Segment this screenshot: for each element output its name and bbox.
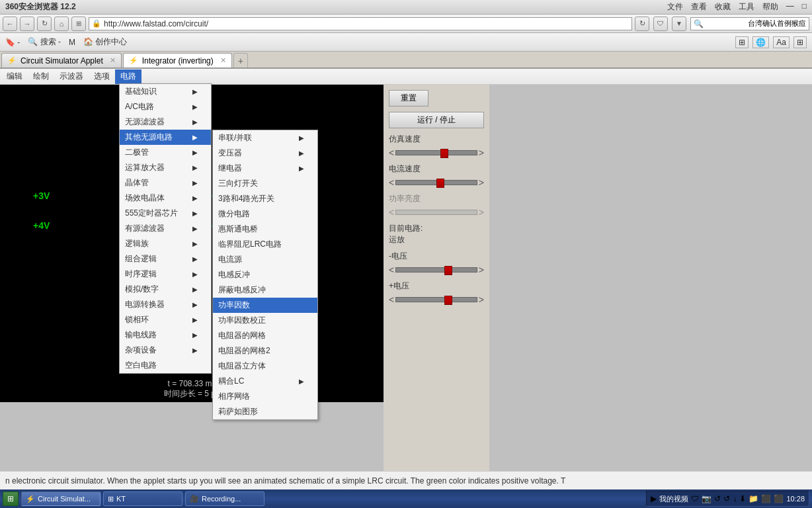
dropdown-misc[interactable]: 杂项设备▶ [120,343,211,358]
dropdown-analog-digital[interactable]: 模拟/数字▶ [120,282,211,297]
title-maximize[interactable]: □ [802,1,807,13]
tray-video[interactable]: ▶ [651,494,657,503]
back-button[interactable]: ← [3,17,17,31]
dropdown-blank[interactable]: 空白电路 [120,358,211,373]
sub-coupled-lc[interactable]: 耦合LC▶ [213,374,317,389]
tab-close-1[interactable]: ✕ [110,56,116,65]
sub-pfc[interactable]: 功率因数校正 [213,313,317,328]
tab-circuit-simulator[interactable]: ⚡ Circuit Simulator Applet ✕ [1,53,122,67]
current-speed-right[interactable]: > [479,177,484,188]
refresh-btn2[interactable]: ↻ [635,17,649,31]
forward-button[interactable]: → [20,17,34,31]
neg-voltage-thumb[interactable] [444,266,452,275]
sub-current-source[interactable]: 电流源 [213,252,317,267]
dropdown-diode[interactable]: 二极管▶ [120,145,211,160]
tray-box2[interactable]: ⬛ [761,494,771,503]
run-stop-button[interactable]: 运行 / 停止 [389,112,484,128]
search-bar[interactable]: 🔍 台湾确认首例猴痘 [690,17,809,30]
dropdown-555[interactable]: 555定时器芯片▶ [120,206,211,221]
home-button[interactable]: ⌂ [54,17,69,31]
address-bar[interactable]: 🔒 http://www.falstad.com/circuit/ [89,17,632,30]
taskbar-circuit[interactable]: ⚡ Circuit Simulat... [21,491,101,506]
menu-scope[interactable]: 示波器 [54,69,89,84]
sub-series-parallel[interactable]: 串联/并联▶ [213,130,317,146]
tray-down1[interactable]: ↓ [733,494,737,503]
toolbar-icon4[interactable]: ⊞ [793,36,807,48]
dropdown-other-passive[interactable]: 其他无源电路▶ 串联/并联▶ 变压器▶ 继电器▶ 三向灯开关 3路和4路光开关 … [120,130,211,145]
sub-phase-seq[interactable]: 相序网络 [213,389,317,404]
sim-speed-right[interactable]: > [479,148,484,158]
pos-voltage-track[interactable] [395,297,477,302]
sim-speed-track[interactable] [395,150,477,155]
menu-draw[interactable]: 绘制 [28,69,54,84]
tray-refresh2[interactable]: ↺ [723,494,730,503]
sim-speed-slider[interactable]: < > [389,148,484,158]
toolbar-m[interactable]: M [69,38,75,47]
current-speed-slider[interactable]: < > [389,177,484,188]
dropdown-combo-logic[interactable]: 组合逻辑▶ [120,251,211,267]
current-speed-thumb[interactable] [436,179,444,188]
tab-integrator[interactable]: ⚡ Integrator (inverting) ✕ [123,53,232,67]
dropdown-fet[interactable]: 场效电晶体▶ [120,190,211,206]
title-menu-view[interactable]: 查看 [691,1,707,13]
sub-resistor-grid[interactable]: 电阻器的网格 [213,328,317,343]
refresh-button[interactable]: ↻ [37,17,52,31]
tray-box1[interactable]: 📁 [749,494,758,503]
shield-btn[interactable]: 🛡 [653,17,668,31]
tray-download[interactable]: ⬇ [739,494,746,503]
new-tab-button[interactable]: + [233,53,248,67]
sub-inductor-kick[interactable]: 电感反冲 [213,267,317,282]
sub-34way-switch[interactable]: 3路和4路光开关 [213,191,317,206]
dropdown-transmission[interactable]: 输电线路▶ [120,327,211,343]
sim-speed-thumb[interactable] [440,149,448,158]
sim-speed-left[interactable]: < [389,148,394,158]
toolbar-icon2[interactable]: 🌐 [752,36,769,48]
sub-relay[interactable]: 继电器▶ [213,161,317,176]
dropdown-passive-filter[interactable]: 无源滤波器▶ [120,114,211,130]
toolbar-bookmark[interactable]: 🔖 - [5,38,20,47]
dropdown-pll[interactable]: 锁相环▶ [120,312,211,327]
start-button[interactable]: ⊞ [3,491,19,506]
sub-wheatstone[interactable]: 惠斯通电桥 [213,222,317,237]
sub-transformer[interactable]: 变压器▶ [213,146,317,161]
reset-button[interactable]: 重置 [389,90,428,106]
dropdown-seq-logic[interactable]: 时序逻辑▶ [120,267,211,282]
tray-camera[interactable]: 📷 [702,494,711,503]
title-menu-file[interactable]: 文件 [667,1,683,13]
toolbar-icon1[interactable]: ⊞ [735,36,749,48]
sub-lissajous[interactable]: 莉萨如图形 [213,404,317,419]
current-speed-track[interactable] [395,180,477,185]
pos-voltage-slider[interactable]: < > [389,294,484,305]
title-menu-fav[interactable]: 收藏 [715,1,731,13]
neg-voltage-left[interactable]: < [389,265,394,275]
sub-resistor-cube[interactable]: 电阻器立方体 [213,359,317,374]
sub-critical-lrc[interactable]: 临界阻尼LRC电路 [213,237,317,252]
taskbar-kt[interactable]: ⊞ KT [103,491,183,506]
neg-voltage-right[interactable]: > [479,265,484,275]
pos-voltage-thumb[interactable] [444,296,452,305]
tray-refresh1[interactable]: ↺ [714,494,721,503]
title-minimize[interactable]: — [786,1,794,13]
dropdown-power-converter[interactable]: 电源转换器▶ [120,297,211,312]
neg-voltage-slider[interactable]: < > [389,265,484,275]
tray-shield[interactable]: 🛡 [691,494,699,503]
dropdown-active-filter[interactable]: 有源滤波器▶ [120,221,211,236]
tab-close-2[interactable]: ✕ [220,56,226,65]
sub-diff-circuit[interactable]: 微分电路 [213,206,317,222]
toolbar-creator[interactable]: 🏠 创作中心 [83,36,127,48]
dropdown-logic-family[interactable]: 逻辑族▶ [120,236,211,251]
dropdown-basics[interactable]: 基础知识▶ [120,84,211,99]
dropdown-btn[interactable]: ▼ [672,17,686,31]
menu-edit[interactable]: 编辑 [1,69,28,84]
dropdown-ac[interactable]: A/C电路▶ [120,99,211,114]
dropdown-opamp[interactable]: 运算放大器▶ [120,160,211,175]
nav-extra[interactable]: ⊞ [71,17,86,31]
title-menu-tools[interactable]: 工具 [739,1,754,13]
menu-circuit[interactable]: 电路 [115,69,142,84]
toolbar-icon3[interactable]: Aa [773,36,790,48]
title-menu-help[interactable]: 帮助 [762,1,778,13]
pos-voltage-right[interactable]: > [479,294,484,305]
neg-voltage-track[interactable] [395,267,477,273]
sub-shielded-inductor[interactable]: 屏蔽电感反冲 [213,282,317,298]
taskbar-recording[interactable]: 🎥 Recording... [185,491,264,506]
